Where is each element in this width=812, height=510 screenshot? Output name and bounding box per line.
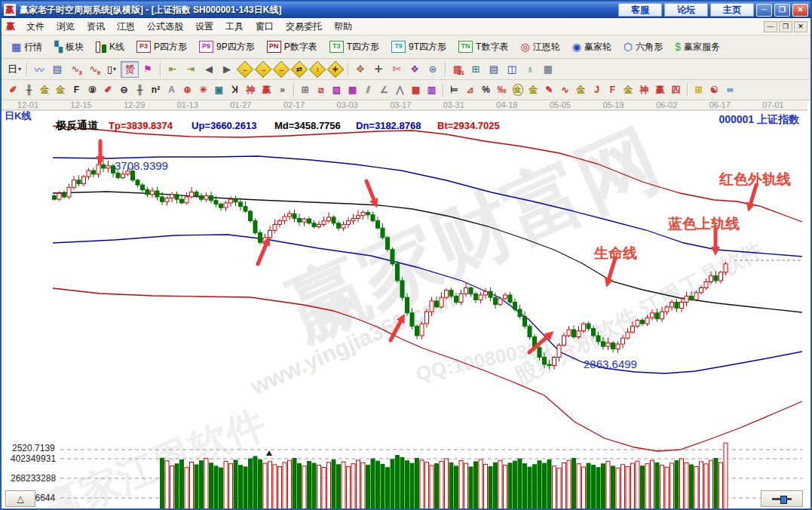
- child-minimize-button[interactable]: —: [764, 21, 777, 32]
- tool-f-angle[interactable]: F: [605, 82, 620, 97]
- tool-purple-grid[interactable]: ▥: [424, 82, 440, 97]
- tool-prev-page[interactable]: ◀: [200, 61, 218, 78]
- tool-fan-lines[interactable]: ⧄: [313, 82, 329, 97]
- tool-red-grid[interactable]: ▦: [408, 82, 424, 97]
- tool-f-ruler[interactable]: F: [69, 82, 84, 97]
- tool-last-page[interactable]: ⇥: [182, 61, 200, 78]
- toolbar-button-kline-chart[interactable]: K线: [90, 38, 130, 56]
- tool-gold-levels[interactable]: 金: [526, 82, 541, 97]
- tool-percent-tool[interactable]: %: [478, 82, 494, 97]
- homepage-button[interactable]: 主页: [710, 3, 754, 17]
- tool-four-angle[interactable]: 四: [668, 82, 684, 97]
- toolbar-button-p-number-table[interactable]: PNP数字表: [261, 38, 323, 56]
- tool-gold-angle[interactable]: 金: [573, 82, 589, 97]
- tool-percent-angle[interactable]: ⊿: [462, 82, 478, 97]
- tool-more-tools[interactable]: »: [274, 82, 290, 97]
- tool-expand-vertical[interactable]: ↕: [308, 61, 326, 78]
- tool-web-box[interactable]: ▣: [211, 82, 227, 97]
- tool-crosshair[interactable]: ✛: [369, 61, 388, 78]
- tool-report-view[interactable]: ▤: [48, 61, 66, 78]
- tool-save[interactable]: ◫: [503, 61, 521, 78]
- tool-net-save[interactable]: ♁: [521, 61, 539, 78]
- tool-expand-all[interactable]: ✛: [326, 61, 345, 78]
- child-close-button[interactable]: ✕: [794, 21, 807, 32]
- close-button[interactable]: ✕: [792, 4, 808, 17]
- tool-scale-ruler[interactable]: ⊨: [446, 82, 462, 97]
- tool-ruler[interactable]: ╫: [21, 82, 37, 97]
- tool-yun-indicator[interactable]: 赟: [121, 61, 139, 78]
- tool-zigzag-tool[interactable]: ⋀: [392, 82, 408, 97]
- indicator-toggle-button[interactable]: △: [5, 490, 35, 507]
- tool-box-grid[interactable]: ⊞: [297, 82, 313, 97]
- tool-pen-mark[interactable]: ✎: [541, 82, 557, 97]
- child-restore-button[interactable]: ❐: [779, 21, 792, 32]
- tool-draw-pen[interactable]: ✐: [5, 82, 21, 97]
- tool-infinity[interactable]: ∞: [722, 82, 738, 97]
- tool-next-page[interactable]: ▶: [218, 61, 236, 78]
- tool-curve-chart[interactable]: 〰: [30, 61, 48, 78]
- tool-parallel-lines[interactable]: ⫽: [360, 82, 376, 97]
- tool-j-angle[interactable]: J: [589, 82, 605, 97]
- toolbar-button-t-square[interactable]: T3T四方形: [323, 38, 385, 56]
- tool-gold-ruler-2[interactable]: 金: [53, 82, 69, 97]
- menu-item-6[interactable]: 工具: [219, 20, 250, 33]
- tool-color-ladder[interactable]: ⚑: [139, 61, 157, 78]
- tool-shen-ruler[interactable]: 神: [243, 82, 259, 97]
- tool-spectacles[interactable]: ⊛: [424, 61, 442, 78]
- toolbar-button-hexagon[interactable]: ⬡六角形: [617, 38, 669, 56]
- tool-tick-ruler[interactable]: ╫: [132, 82, 148, 97]
- menu-item-2[interactable]: 资讯: [81, 20, 111, 33]
- tool-k-marks[interactable]: Ʞ: [227, 82, 243, 97]
- tool-n-squared-ruler[interactable]: n²: [148, 82, 164, 97]
- tool-candle-style-dropdown[interactable]: ▯▾: [103, 61, 121, 78]
- tool-pan-hand[interactable]: ✥: [351, 61, 369, 78]
- zoom-slider-button[interactable]: [761, 490, 803, 507]
- tool-permille-tool[interactable]: ‰: [494, 82, 510, 97]
- toolbar-button-9t-square[interactable]: T99T四方形: [385, 38, 452, 56]
- tool-gann-box[interactable]: ▨: [329, 82, 345, 97]
- tool-wave-tool[interactable]: ∿: [557, 82, 573, 97]
- tool-angle-lines[interactable]: ∠: [376, 82, 392, 97]
- tool-circle-ruler[interactable]: ⊖: [116, 82, 132, 97]
- tool-calculator[interactable]: ⊞: [467, 61, 485, 78]
- toolbar-button-p-square[interactable]: P3P四方形: [130, 38, 193, 56]
- tool-first-page[interactable]: ⇤: [164, 61, 182, 78]
- tool-pattern-tool[interactable]: ❖: [406, 61, 424, 78]
- tool-web-grid[interactable]: ✳: [195, 82, 211, 97]
- toolbar-button-9p-square[interactable]: P99P四方形: [193, 38, 261, 56]
- tool-calendar[interactable]: ▦21: [449, 61, 467, 78]
- tool-nine-spiral[interactable]: ⑨: [84, 82, 100, 97]
- toolbar-button-market-quotes[interactable]: ▦行情: [5, 38, 48, 56]
- tool-wave-9[interactable]: ∿9: [84, 61, 103, 78]
- tool-shift-right[interactable]: →: [254, 61, 272, 78]
- toolbar-button-winner-wheel[interactable]: ◉赢家轮: [566, 38, 617, 56]
- menu-item-0[interactable]: 文件: [20, 20, 51, 33]
- tool-expand-horizontal[interactable]: ↔: [272, 61, 290, 78]
- forum-button[interactable]: 论坛: [664, 3, 708, 17]
- menu-item-4[interactable]: 公式选股: [141, 20, 189, 33]
- tool-compass[interactable]: ⊕: [179, 82, 195, 97]
- tool-gold-circle[interactable]: 金: [510, 82, 526, 97]
- tool-period-day-dropdown[interactable]: 日▾: [5, 61, 23, 78]
- tool-zoom-cut[interactable]: ✄: [388, 61, 406, 78]
- tool-win-angle[interactable]: 赢: [652, 82, 668, 97]
- toolbar-button-gann-wheel[interactable]: ◎江恩轮: [514, 38, 565, 56]
- menu-item-9[interactable]: 帮助: [328, 20, 358, 33]
- tool-shen-angle[interactable]: 神: [636, 82, 652, 97]
- tool-taichi[interactable]: ☯: [706, 82, 722, 97]
- customer-service-button[interactable]: 客服: [618, 3, 662, 17]
- menu-item-5[interactable]: 设置: [189, 20, 219, 33]
- menu-item-3[interactable]: 江恩: [111, 20, 141, 33]
- minimize-button[interactable]: ─: [756, 4, 772, 17]
- tool-wave-3[interactable]: ∿3: [66, 61, 84, 78]
- menu-item-1[interactable]: 浏览: [51, 20, 81, 33]
- tool-compress-horizontal[interactable]: ⇄: [290, 61, 308, 78]
- tool-shift-left[interactable]: ←: [236, 61, 254, 78]
- tool-yellow-grid[interactable]: ⊞: [691, 82, 706, 97]
- tool-rocket-ruler[interactable]: ✐: [100, 82, 116, 97]
- toolbar-button-sectors[interactable]: ▚板块: [48, 38, 90, 56]
- tool-a-mirror[interactable]: A: [164, 82, 179, 97]
- tool-win-ruler[interactable]: 赢: [259, 82, 274, 97]
- restore-button[interactable]: ❐: [774, 4, 790, 17]
- tool-gann-grid[interactable]: ▦: [345, 82, 360, 97]
